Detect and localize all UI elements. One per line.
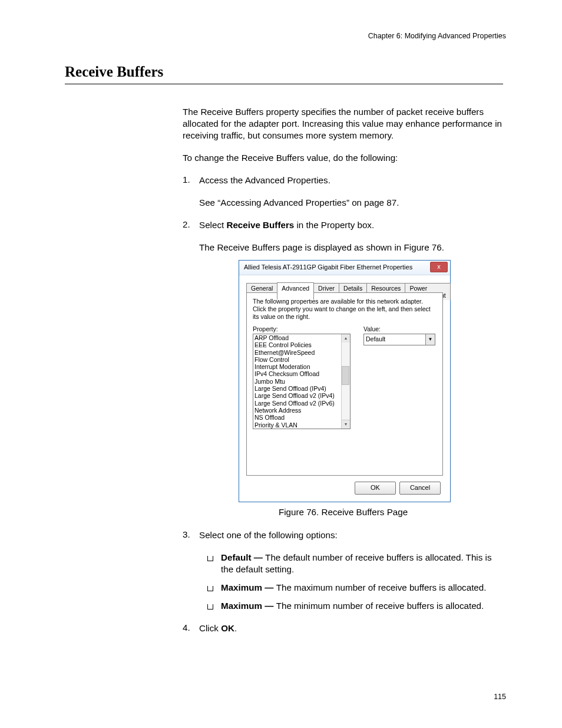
- bullet-icon: [207, 583, 213, 593]
- list-item[interactable]: Receive Buffers: [253, 429, 350, 429]
- list-item[interactable]: Jumbo Mtu: [253, 378, 350, 385]
- list-item[interactable]: ARP Offload: [253, 334, 350, 341]
- bullet-icon: [207, 601, 213, 611]
- bullet-icon: [207, 553, 213, 563]
- steps-intro: To change the Receive Buffers value, do …: [183, 152, 504, 164]
- list-item[interactable]: Flow Control: [253, 356, 350, 363]
- list-item[interactable]: NS Offload: [253, 414, 350, 421]
- step1-sub: See “Accessing Advanced Properties” on p…: [199, 197, 504, 209]
- step1-text: Access the Advanced Properties.: [199, 174, 504, 186]
- option-default: Default — The default number of receive …: [221, 552, 504, 575]
- value-text: Default: [366, 335, 385, 342]
- list-item[interactable]: Ethernet@WireSpeed: [253, 349, 350, 356]
- chevron-down-icon[interactable]: ▼: [425, 334, 435, 345]
- list-item[interactable]: Large Send Offload v2 (IPv4): [253, 392, 350, 399]
- step2-text: Select Receive Buffers in the Property b…: [199, 219, 504, 231]
- intro-paragraph: The Receive Buffers property specifies t…: [183, 106, 504, 141]
- chapter-header: Chapter 6: Modifying Advanced Properties: [368, 32, 506, 40]
- figure-caption: Figure 76. Receive Buffers Page: [183, 507, 504, 517]
- cancel-button[interactable]: Cancel: [399, 482, 441, 495]
- value-combobox[interactable]: Default ▼: [363, 334, 435, 345]
- property-listbox[interactable]: ARP OffloadEEE Control PoliciesEthernet@…: [253, 334, 351, 429]
- step2-number: 2.: [183, 219, 190, 229]
- property-label: Property:: [253, 325, 278, 332]
- value-label: Value:: [363, 325, 381, 332]
- tab-advanced[interactable]: Advanced: [277, 282, 314, 299]
- scroll-thumb[interactable]: [342, 366, 349, 385]
- scroll-up-button[interactable]: ▴: [341, 334, 350, 343]
- close-button[interactable]: x: [430, 262, 448, 272]
- step4-number: 4.: [183, 622, 190, 633]
- step2-sub: The Receive Buffers page is displayed as…: [199, 242, 504, 253]
- ok-button[interactable]: OK: [355, 482, 396, 495]
- step3-number: 3.: [183, 529, 190, 539]
- list-item[interactable]: EEE Control Policies: [253, 341, 350, 348]
- list-item[interactable]: Large Send Offload v2 (IPv6): [253, 400, 350, 407]
- dialog-panel: The following properties are available f…: [246, 292, 443, 476]
- dialog-titlebar: Allied Telesis AT-2911GP Gigabit Fiber E…: [239, 261, 450, 275]
- step4-text: Click OK.: [199, 622, 504, 634]
- list-item[interactable]: Network Address: [253, 407, 350, 414]
- scroll-track[interactable]: [341, 342, 350, 420]
- dialog-title: Allied Telesis AT-2911GP Gigabit Fiber E…: [244, 263, 412, 271]
- dialog-description: The following properties are available f…: [253, 298, 437, 321]
- properties-dialog: Allied Telesis AT-2911GP Gigabit Fiber E…: [239, 260, 451, 502]
- list-item[interactable]: Interrupt Moderation: [253, 363, 350, 370]
- option-maximum: Maximum — The maximum number of receive …: [221, 582, 504, 594]
- list-item[interactable]: IPv4 Checksum Offload: [253, 370, 350, 377]
- section-rule: [65, 84, 503, 84]
- section-title: Receive Buffers: [65, 64, 163, 80]
- page-number: 115: [494, 693, 506, 701]
- step1-number: 1.: [183, 174, 190, 185]
- scroll-down-button[interactable]: ▾: [341, 420, 350, 429]
- list-item[interactable]: Priority & VLAN: [253, 421, 350, 429]
- step3-text: Select one of the following options:: [199, 529, 504, 541]
- option-minimum: Maximum — The minimum number of receive …: [221, 600, 504, 612]
- list-item[interactable]: Large Send Offload (IPv4): [253, 385, 350, 392]
